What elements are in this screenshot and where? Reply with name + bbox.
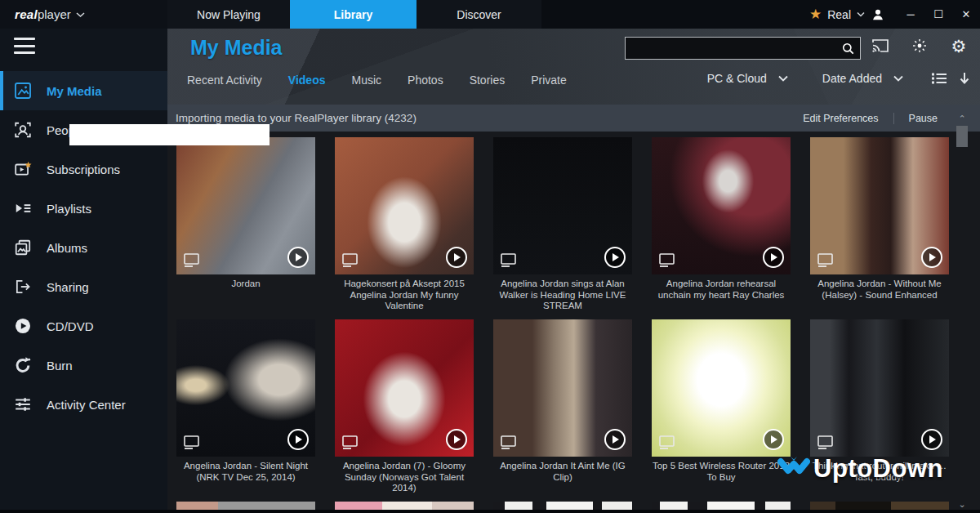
sidebar-item-activity-center[interactable]: Activity Center — [0, 385, 167, 424]
video-thumbnail[interactable] — [652, 319, 791, 457]
media-tab-music[interactable]: Music — [351, 74, 381, 87]
video-card: Angelina Jordan rehearsal unchain my hea… — [652, 137, 791, 313]
scroll-down-icon[interactable]: ⌄ — [955, 498, 969, 510]
activity-center-icon — [14, 395, 32, 413]
play-button[interactable] — [287, 429, 309, 450]
edit-preferences-link[interactable]: Edit Preferences — [788, 113, 893, 124]
screen-icon — [817, 252, 835, 268]
media-tab-recent-activity[interactable]: Recent Activity — [187, 74, 262, 87]
play-button[interactable] — [763, 429, 784, 450]
screen-icon — [183, 252, 201, 268]
library-header: My Media ⚙ Recent ActivityVideosMusicPho… — [167, 29, 980, 105]
video-thumbnail[interactable] — [493, 137, 632, 274]
play-button[interactable] — [921, 247, 942, 268]
screen-icon — [341, 252, 359, 268]
video-title: Jordan — [176, 279, 315, 313]
logo-text-player: player — [38, 7, 71, 21]
video-thumbnail[interactable] — [335, 319, 474, 457]
play-button[interactable] — [446, 429, 467, 450]
sidebar-item-label: My Media — [47, 84, 102, 98]
video-thumbnail[interactable] — [176, 137, 315, 274]
media-tab-private[interactable]: Private — [531, 74, 567, 87]
sidebar: My MediaPeopleSubscriptionsPlaylistsAlbu… — [0, 29, 167, 513]
video-card: Jordan — [176, 137, 315, 313]
sidebar-item-label: Burn — [47, 359, 73, 372]
search-input[interactable] — [626, 42, 835, 55]
settings-gear-icon[interactable]: ⚙ — [949, 36, 969, 56]
tab-library[interactable]: Library — [290, 0, 416, 29]
video-grid: JordanHagekonsert på Aksept 2015 Angelin… — [176, 137, 949, 513]
video-thumbnail[interactable] — [810, 137, 949, 274]
media-tab-stories[interactable]: Stories — [470, 74, 506, 87]
sidebar-item-burn[interactable]: Burn — [0, 346, 167, 385]
video-thumbnail[interactable] — [493, 319, 632, 457]
media-tab-videos[interactable]: Videos — [288, 74, 326, 87]
source-filter[interactable]: PC & Cloud — [707, 72, 767, 85]
cast-icon[interactable] — [871, 36, 890, 56]
subscriptions-icon — [14, 160, 32, 178]
chevron-down-icon[interactable] — [778, 75, 788, 82]
maximize-button[interactable]: ☐ — [924, 0, 952, 29]
video-thumbnail[interactable] — [652, 137, 791, 274]
scroll-up-icon[interactable]: ⌃ — [955, 113, 969, 124]
account-menu[interactable]: ★ Real — [809, 0, 897, 29]
video-title: Hagekonsert på Aksept 2015 Angelina Jord… — [335, 279, 474, 313]
scrollbar: ⌃ ⌄ — [955, 113, 969, 510]
play-button[interactable] — [921, 429, 942, 450]
tab-now-playing[interactable]: Now Playing — [167, 0, 290, 29]
tab-discover[interactable]: Discover — [416, 0, 541, 29]
scrollbar-thumb[interactable] — [956, 126, 968, 147]
chevron-down-icon[interactable] — [893, 75, 903, 82]
close-button[interactable]: ✕ — [952, 0, 980, 29]
sort-filter[interactable]: Date Added — [822, 72, 882, 85]
video-title: Thinking that router will make … fast, b… — [810, 461, 949, 495]
redaction-box — [69, 124, 270, 145]
header-icons: ⚙ — [871, 36, 969, 56]
video-title: Angelina Jordan sings at Alan Walker is … — [493, 279, 632, 313]
video-card: Angelina Jordan sings at Alan Walker is … — [493, 137, 632, 313]
video-title: Angelina Jordan - Without Me (Halsey) - … — [810, 279, 949, 313]
albums-icon — [14, 239, 32, 256]
pause-button[interactable]: Pause — [894, 113, 952, 124]
people-icon — [14, 121, 32, 139]
play-button[interactable] — [604, 247, 626, 268]
import-status-bar: Importing media to your RealPlayer libra… — [167, 105, 980, 132]
play-button[interactable] — [446, 247, 467, 268]
media-tab-photos[interactable]: Photos — [408, 74, 443, 87]
sidebar-item-sharing[interactable]: Sharing — [0, 267, 167, 306]
brightness-icon[interactable] — [910, 36, 929, 56]
playlists-icon — [14, 199, 32, 217]
screen-icon — [500, 435, 518, 450]
play-button[interactable] — [287, 247, 309, 268]
sidebar-item-label: Playlists — [47, 202, 91, 216]
sidebar-item-subscriptions[interactable]: Subscriptions — [0, 149, 167, 189]
screen-icon — [500, 252, 518, 268]
video-thumbnail[interactable] — [810, 319, 949, 457]
page-title: My Media — [190, 36, 283, 60]
play-button[interactable] — [763, 247, 784, 268]
hamburger-menu-icon[interactable] — [14, 38, 35, 54]
video-library-content: JordanHagekonsert på Aksept 2015 Angelin… — [167, 132, 980, 513]
search-icon[interactable] — [835, 38, 860, 59]
title-bar: realplayer Now Playing Library Discover … — [0, 0, 980, 29]
play-button[interactable] — [604, 429, 626, 450]
sidebar-item-albums[interactable]: Albums — [0, 228, 167, 267]
screen-icon — [341, 435, 359, 450]
sidebar-item-my-media[interactable]: My Media — [0, 71, 167, 110]
list-view-icon[interactable] — [931, 72, 947, 85]
video-thumbnail[interactable] — [335, 137, 474, 274]
video-thumbnail[interactable] — [176, 319, 315, 457]
minimize-button[interactable]: ─ — [897, 0, 924, 29]
burn-icon — [14, 356, 32, 374]
screen-icon — [658, 435, 676, 450]
sort-direction-icon[interactable] — [959, 72, 970, 85]
my-media-icon — [14, 82, 32, 100]
search-box — [625, 37, 861, 60]
sidebar-item-playlists[interactable]: Playlists — [0, 189, 167, 228]
video-card: Angelina Jordan - Silent Night (NRK TV D… — [176, 319, 315, 495]
sidebar-item-cd-dvd[interactable]: CD/DVD — [0, 306, 167, 346]
realplayer-window: realplayer Now Playing Library Discover … — [0, 0, 980, 513]
video-title: Top 5 Best Wireless Router 2018 To Buy — [652, 461, 791, 495]
app-logo[interactable]: realplayer — [0, 0, 167, 29]
user-icon — [871, 7, 885, 22]
